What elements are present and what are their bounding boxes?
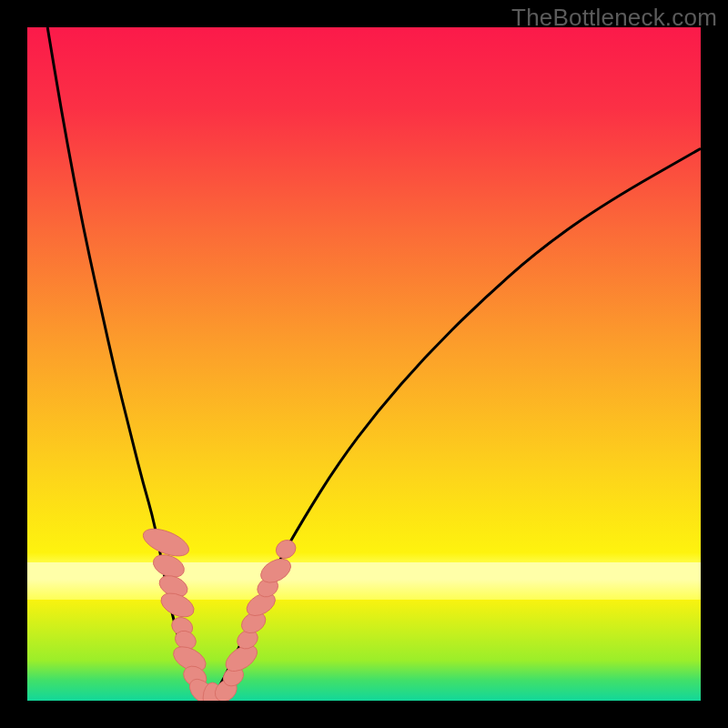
chart-frame: TheBottleneck.com: [0, 0, 728, 728]
data-marker: [273, 537, 299, 562]
curve-layer: [27, 27, 701, 701]
plot-area: [27, 27, 701, 701]
curve-right-branch: [209, 148, 701, 701]
